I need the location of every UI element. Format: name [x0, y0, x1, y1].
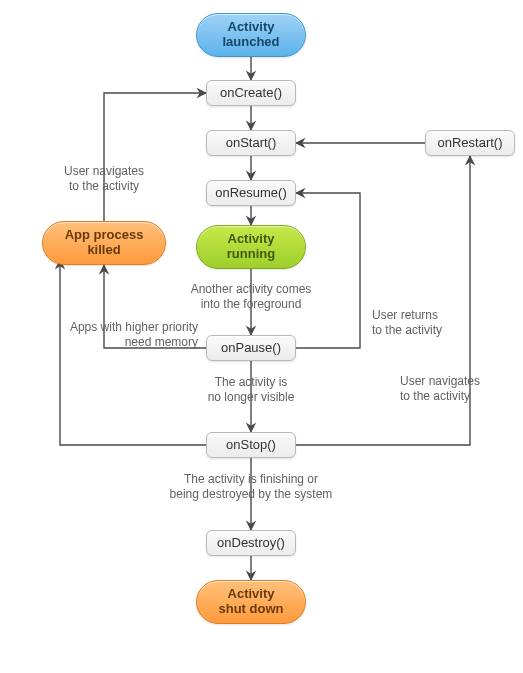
label-user-returns: User returns to the activity: [372, 308, 482, 338]
node-onPause: onPause(): [206, 335, 296, 361]
label-user-navigates-restart: User navigates to the activity: [400, 374, 520, 404]
label-activity-finishing: The activity is finishing or being destr…: [153, 472, 349, 502]
label-higher-priority: Apps with higher priority need memory: [46, 320, 198, 350]
label-user-navigates-activity: User navigates to the activity: [44, 164, 164, 194]
node-onCreate: onCreate(): [206, 80, 296, 106]
label-no-longer-visible: The activity is no longer visible: [186, 375, 316, 405]
node-onStop: onStop(): [206, 432, 296, 458]
node-activity-running: Activity running: [196, 225, 306, 269]
activity-lifecycle-diagram: Activity launched onCreate() onStart() o…: [0, 0, 523, 673]
node-activity-shut-down: Activity shut down: [196, 580, 306, 624]
node-app-process-killed: App process killed: [42, 221, 166, 265]
label-another-activity-foreground: Another activity comes into the foregrou…: [176, 282, 326, 312]
node-onStart: onStart(): [206, 130, 296, 156]
node-onDestroy: onDestroy(): [206, 530, 296, 556]
node-onResume: onResume(): [206, 180, 296, 206]
node-activity-launched: Activity launched: [196, 13, 306, 57]
node-onRestart: onRestart(): [425, 130, 515, 156]
